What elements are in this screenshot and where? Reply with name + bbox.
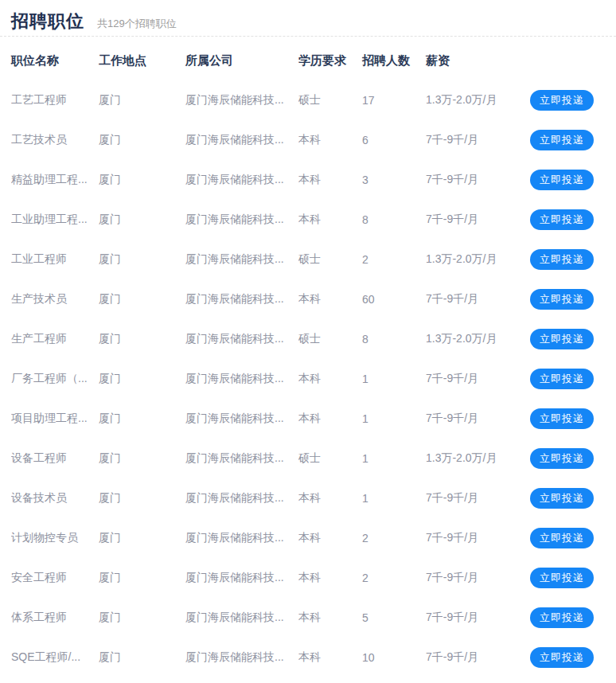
apply-now-button[interactable]: 立即投递	[530, 607, 594, 628]
job-location: 厦门	[99, 491, 185, 505]
job-row: 工艺技术员 厦门 厦门海辰储能科技... 本科 6 7千-9千/月 立即投递	[0, 120, 616, 160]
job-salary: 7千-9千/月	[426, 571, 530, 585]
job-count: 5	[362, 611, 426, 624]
apply-now-button[interactable]: 立即投递	[530, 289, 594, 310]
job-education: 硕士	[298, 252, 362, 267]
column-header-title: 职位名称	[11, 53, 99, 68]
job-count: 1	[362, 452, 426, 465]
job-company: 厦门海辰储能科技...	[185, 531, 298, 545]
apply-now-button[interactable]: 立即投递	[530, 448, 594, 469]
job-title: 生产工程师	[11, 332, 99, 346]
job-location: 厦门	[99, 252, 185, 267]
job-salary: 7千-9千/月	[426, 412, 530, 426]
job-salary: 1.3万-2.0万/月	[426, 332, 530, 346]
apply-now-button[interactable]: 立即投递	[530, 90, 594, 111]
apply-now-button[interactable]: 立即投递	[530, 647, 594, 668]
job-education: 本科	[298, 412, 362, 426]
job-location: 厦门	[99, 531, 185, 545]
job-location: 厦门	[99, 412, 185, 426]
job-title: 体系工程师	[11, 611, 99, 625]
job-title: 工艺工程师	[11, 93, 99, 107]
job-count: 8	[362, 213, 426, 226]
job-location: 厦门	[99, 650, 185, 665]
job-count: 60	[362, 293, 426, 306]
apply-now-button[interactable]: 立即投递	[530, 528, 594, 548]
job-education: 本科	[298, 611, 362, 625]
job-education: 本科	[298, 213, 362, 227]
job-company: 厦门海辰储能科技...	[185, 650, 298, 665]
job-company: 厦门海辰储能科技...	[185, 491, 298, 505]
job-company: 厦门海辰储能科技...	[185, 252, 298, 267]
job-location: 厦门	[99, 133, 185, 147]
job-salary: 1.3万-2.0万/月	[426, 93, 530, 107]
job-row: 工业助理工程... 厦门 厦门海辰储能科技... 本科 8 7千-9千/月 立即…	[0, 200, 616, 240]
job-education: 本科	[298, 173, 362, 187]
job-title: 设备技术员	[11, 491, 99, 505]
job-location: 厦门	[99, 173, 185, 187]
job-company: 厦门海辰储能科技...	[185, 571, 298, 585]
job-education: 本科	[298, 571, 362, 585]
column-header-count: 招聘人数	[362, 53, 426, 68]
job-location: 厦门	[99, 213, 185, 227]
job-count: 3	[362, 174, 426, 186]
job-location: 厦门	[99, 332, 185, 346]
apply-now-button[interactable]: 立即投递	[530, 130, 594, 150]
job-education: 本科	[298, 133, 362, 147]
job-count: 2	[362, 532, 426, 544]
column-header-education: 学历要求	[298, 53, 362, 68]
job-company: 厦门海辰储能科技...	[185, 372, 298, 386]
job-company: 厦门海辰储能科技...	[185, 173, 298, 187]
job-education: 硕士	[298, 332, 362, 346]
job-salary: 7千-9千/月	[426, 650, 530, 665]
apply-now-button[interactable]: 立即投递	[530, 369, 594, 389]
job-count: 10	[362, 651, 426, 664]
job-title: 精益助理工程...	[11, 173, 99, 187]
job-count: 1	[362, 373, 426, 385]
job-company: 厦门海辰储能科技...	[185, 93, 298, 107]
apply-now-button[interactable]: 立即投递	[530, 170, 594, 190]
apply-now-button[interactable]: 立即投递	[530, 408, 594, 429]
job-table-body: 工艺工程师 厦门 厦门海辰储能科技... 硕士 17 1.3万-2.0万/月 立…	[0, 80, 616, 677]
apply-now-button[interactable]: 立即投递	[530, 329, 594, 349]
job-location: 厦门	[99, 93, 185, 107]
job-row: 设备工程师 厦门 厦门海辰储能科技... 硕士 1 1.3万-2.0万/月 立即…	[0, 439, 616, 478]
job-row: 工业工程师 厦门 厦门海辰储能科技... 硕士 2 1.3万-2.0万/月 立即…	[0, 240, 616, 279]
job-row: 工艺工程师 厦门 厦门海辰储能科技... 硕士 17 1.3万-2.0万/月 立…	[0, 80, 616, 120]
job-title: 工业助理工程...	[11, 213, 99, 227]
job-count: 1	[362, 492, 426, 505]
job-salary: 7千-9千/月	[426, 213, 530, 227]
job-row: 安全工程师 厦门 厦门海辰储能科技... 本科 2 7千-9千/月 立即投递	[0, 558, 616, 598]
job-row: 精益助理工程... 厦门 厦门海辰储能科技... 本科 3 7千-9千/月 立即…	[0, 160, 616, 200]
job-row: 设备技术员 厦门 厦门海辰储能科技... 本科 1 7千-9千/月 立即投递	[0, 478, 616, 518]
job-title: 工艺技术员	[11, 133, 99, 147]
job-education: 硕士	[298, 451, 362, 466]
job-location: 厦门	[99, 451, 185, 466]
job-count: 17	[362, 94, 426, 107]
job-count: 2	[362, 572, 426, 584]
job-salary: 1.3万-2.0万/月	[426, 252, 530, 267]
page-title: 招聘职位	[11, 10, 84, 33]
job-education: 本科	[298, 491, 362, 505]
job-education: 本科	[298, 372, 362, 386]
job-company: 厦门海辰储能科技...	[185, 332, 298, 346]
job-salary: 7千-9千/月	[426, 531, 530, 545]
job-education: 本科	[298, 531, 362, 545]
job-salary: 7千-9千/月	[426, 611, 530, 625]
job-education: 本科	[298, 292, 362, 306]
job-title: 厂务工程师（...	[11, 372, 99, 386]
job-location: 厦门	[99, 292, 185, 306]
job-salary: 1.3万-2.0万/月	[426, 451, 530, 466]
apply-now-button[interactable]: 立即投递	[530, 488, 594, 509]
apply-now-button[interactable]: 立即投递	[530, 568, 594, 588]
job-company: 厦门海辰储能科技...	[185, 611, 298, 625]
job-title: 项目助理工程...	[11, 412, 99, 426]
job-location: 厦门	[99, 611, 185, 625]
job-table-header: 职位名称 工作地点 所属公司 学历要求 招聘人数 薪资	[0, 37, 616, 80]
apply-now-button[interactable]: 立即投递	[530, 209, 594, 230]
job-salary: 7千-9千/月	[426, 173, 530, 187]
job-row: 体系工程师 厦门 厦门海辰储能科技... 本科 5 7千-9千/月 立即投递	[0, 598, 616, 638]
column-header-salary: 薪资	[426, 53, 530, 68]
job-title: 生产技术员	[11, 292, 99, 306]
apply-now-button[interactable]: 立即投递	[530, 249, 594, 270]
job-title: SQE工程师/...	[11, 650, 99, 665]
